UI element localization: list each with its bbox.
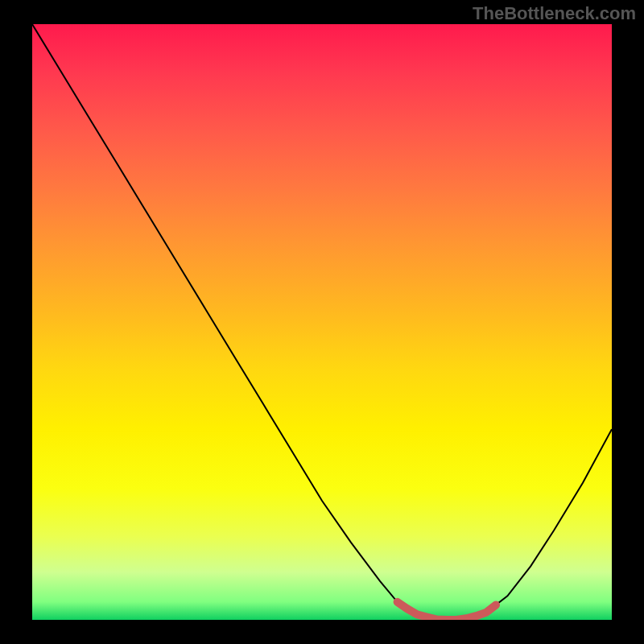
optimal-highlight xyxy=(398,602,496,620)
watermark-text: TheBottleneck.com xyxy=(473,3,636,24)
bottleneck-curve xyxy=(32,24,612,620)
chart-svg xyxy=(32,24,612,620)
plot-area xyxy=(32,24,612,620)
